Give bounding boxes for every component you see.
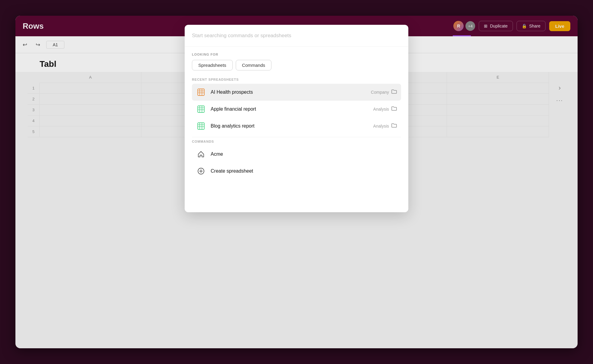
- folder-icon: [391, 89, 397, 95]
- command-result-name: Create spreadsheet: [211, 168, 397, 174]
- spreadsheet-result-name: Apple financial report: [211, 106, 368, 112]
- folder-icon: [391, 106, 397, 112]
- app-window: Rows R +4 ⊞ Duplicate 🔒 Share Live ↩ ↪ A…: [15, 16, 578, 348]
- filter-pills: Spreadsheets Commands: [192, 60, 401, 70]
- spreadsheet-result-meta: Analysis: [373, 123, 397, 129]
- svg-rect-10: [198, 123, 204, 129]
- command-result-item[interactable]: Acme: [192, 146, 401, 163]
- divider: [192, 137, 401, 137]
- spreadsheet-meta-text: Analysis: [373, 124, 389, 128]
- spreadsheet-result-meta: Analysis: [373, 106, 397, 112]
- spreadsheet-result-meta: Company: [371, 89, 397, 95]
- spreadsheet-meta-text: Analysis: [373, 107, 389, 112]
- command-result-item[interactable]: Create spreadsheet: [192, 163, 401, 180]
- spreadsheet-icon: [196, 121, 206, 131]
- search-overlay: LOOKING FOR Spreadsheets Commands RECENT…: [15, 16, 578, 348]
- filter-pill-spreadsheets-label: Spreadsheets: [198, 63, 226, 68]
- plus-icon: [196, 166, 206, 176]
- spreadsheet-result-item[interactable]: Apple financial report Analysis: [192, 101, 401, 118]
- filter-pill-spreadsheets[interactable]: Spreadsheets: [192, 60, 233, 70]
- filter-pill-commands[interactable]: Commands: [236, 60, 272, 70]
- spreadsheet-icon: [196, 104, 206, 114]
- recent-spreadsheets-header: RECENT SPREADSHEETS: [192, 78, 401, 81]
- search-input[interactable]: [192, 33, 401, 39]
- search-input-row: [185, 25, 408, 47]
- looking-for-label: LOOKING FOR: [192, 53, 401, 56]
- spreadsheet-icon: [196, 87, 206, 97]
- svg-rect-5: [198, 106, 204, 112]
- folder-icon: [391, 123, 397, 129]
- spreadsheet-result-item[interactable]: Blog analytics report Analysis: [192, 118, 401, 135]
- commands-header: COMMANDS: [192, 140, 401, 143]
- svg-rect-0: [198, 89, 204, 96]
- search-modal: LOOKING FOR Spreadsheets Commands RECENT…: [185, 25, 408, 212]
- filter-pill-commands-label: Commands: [242, 63, 265, 68]
- spreadsheet-result-name: Blog analytics report: [211, 123, 368, 129]
- spreadsheet-result-name: AI Health prospects: [211, 89, 366, 95]
- modal-body: LOOKING FOR Spreadsheets Commands RECENT…: [185, 47, 408, 212]
- spreadsheet-meta-text: Company: [371, 90, 389, 95]
- spreadsheet-result-item[interactable]: AI Health prospects Company: [192, 84, 401, 101]
- command-result-name: Acme: [211, 151, 397, 157]
- home-icon: [196, 149, 206, 159]
